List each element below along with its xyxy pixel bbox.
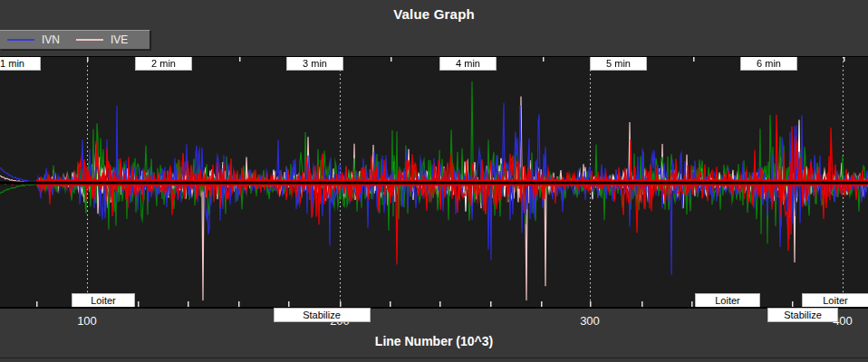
legend-label-ivn: IVN	[42, 33, 60, 46]
plot-title: Value Graph	[0, 6, 868, 22]
x-tick-300: 300	[563, 314, 617, 328]
legend-label-ive: IVE	[111, 33, 128, 46]
event-label-loiter-1: Loiter	[72, 293, 135, 307]
x-axis-title: Line Number (10^3)	[0, 334, 868, 348]
legend-sample-ive-line	[76, 39, 103, 41]
time-marker-2-min: 2 min	[135, 57, 192, 71]
legend-sample-ivn-line	[7, 39, 34, 41]
event-label-loiter-5: Loiter	[802, 293, 868, 307]
time-marker-1-min: 1 min	[0, 57, 41, 71]
time-marker-5-min: 5 min	[590, 57, 647, 71]
signal-plot-canvas[interactable]	[0, 57, 868, 307]
x-axis-strip: 100200300400 StabilizeStabilize Line Num…	[0, 309, 868, 362]
legend[interactable]: IVNIVE	[0, 30, 150, 50]
event-label-loiter-3: Loiter	[695, 293, 760, 307]
time-marker-3-min: 3 min	[286, 57, 343, 71]
time-marker-4-min: 4 min	[439, 57, 497, 71]
event-label-stabilize-4: Stabilize	[767, 308, 838, 322]
value-graph-window: Value Graph IVNIVE 1 min2 min3 min4 min5…	[0, 0, 868, 362]
window-bottom-edge	[0, 357, 868, 358]
event-label-stabilize-2: Stabilize	[274, 308, 371, 322]
time-marker-6-min: 6 min	[740, 57, 797, 71]
plot-area[interactable]: 1 min2 min3 min4 min5 min6 min LoiterLoi…	[0, 57, 868, 307]
x-tick-100: 100	[60, 314, 114, 328]
plot-header: Value Graph IVNIVE	[0, 0, 868, 57]
